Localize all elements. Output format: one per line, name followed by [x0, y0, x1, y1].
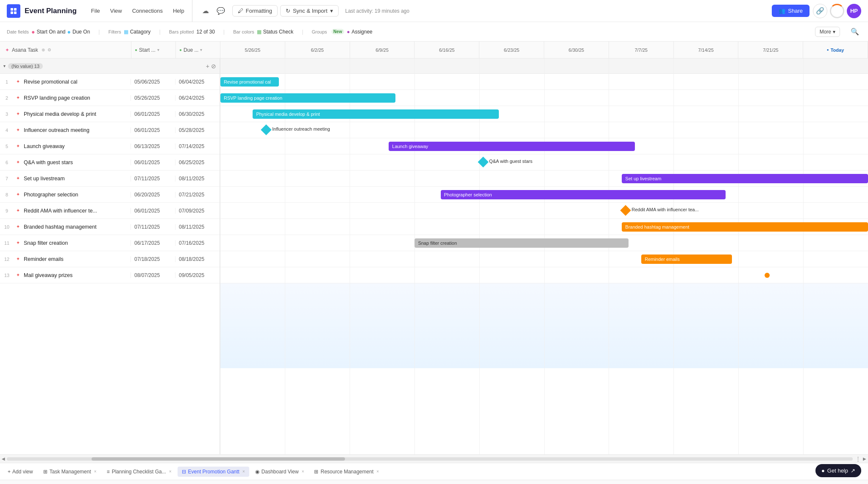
gantt-bar-11[interactable]: Snap filter creation [415, 238, 628, 248]
task-start-13: 08/07/2025 [131, 272, 175, 278]
gantt-bar-12[interactable]: Reminder emails [641, 255, 732, 264]
task-name-2[interactable]: RSVP landing page creation [22, 95, 131, 101]
task-start-10: 07/11/2025 [131, 224, 175, 230]
gantt-bar-5[interactable]: Launch giveaway [389, 142, 635, 151]
svg-rect-0 [11, 8, 13, 11]
task-col-settings[interactable]: ⚙ [47, 48, 51, 52]
task-start-12: 07/18/2025 [131, 256, 175, 262]
gantt-bar-1[interactable]: Revise promotional cal [220, 77, 279, 87]
start-col-chevron[interactable]: ▾ [157, 48, 159, 52]
spinner-icon [830, 4, 844, 18]
share-button[interactable]: 👥 Share [772, 5, 810, 17]
group-badge: (No value) 13 [8, 63, 43, 69]
nav-file[interactable]: File [87, 6, 104, 16]
due-col-chevron[interactable]: ▾ [200, 48, 202, 52]
tab-grid-icon-1: ⊞ [43, 469, 47, 475]
task-name-8[interactable]: Photographer selection [22, 192, 131, 198]
gantt-dot-13[interactable] [765, 273, 770, 278]
gantt-diamond-9[interactable] [620, 205, 631, 215]
gantt-diamond-6[interactable] [478, 157, 488, 167]
gantt-bar-7[interactable]: Set up livestream [622, 174, 868, 183]
bars-plotted-value[interactable]: 12 of 30 [196, 29, 214, 35]
add-view-plus-icon: + [8, 469, 11, 475]
search-button[interactable]: 🔍 [849, 25, 861, 38]
gantt-row-4: Influencer outreach meeting [220, 122, 868, 138]
task-name-3[interactable]: Physical media develop & print [22, 111, 131, 117]
row-num-11: 11 [0, 241, 14, 246]
task-due-5: 07/14/2025 [175, 143, 220, 149]
scroll-track[interactable] [7, 457, 853, 461]
tab-planning-checklist[interactable]: ≡ Planning Checklist Ga... × [103, 467, 176, 477]
gantt-row-11: Snap filter creation [220, 235, 868, 251]
gantt-bar-2[interactable]: RSVP landing page creation [220, 93, 395, 103]
row-num-10: 10 [0, 224, 14, 229]
asana-task-icon: ✦ [5, 47, 9, 53]
scroll-handle-center[interactable]: ⋮ [854, 456, 861, 462]
date-fields-label: Date fields [7, 29, 29, 34]
chat-icon-btn[interactable]: 💬 [214, 5, 227, 17]
gantt-bar-3[interactable]: Physical media develop & print [253, 109, 499, 119]
groups-value[interactable]: ● Assignee [347, 29, 373, 35]
scroll-thumb[interactable] [92, 457, 345, 461]
task-name-1[interactable]: Revise promotional cal [22, 79, 131, 85]
tab-close-5[interactable]: × [376, 469, 379, 474]
tab-close-2[interactable]: × [169, 469, 172, 474]
group-expand-chevron[interactable]: ▾ [3, 64, 6, 68]
table-row: 10 ✦ Branded hashtag management 07/11/20… [0, 219, 220, 235]
date-col-3: 6/16/25 [415, 42, 479, 58]
gantt-bar-8[interactable]: Photographer selection [441, 190, 726, 199]
sync-import-button[interactable]: ↻ Sync & Import ▾ [280, 5, 339, 17]
tab-dashboard-view[interactable]: ◉ Dashboard View × [251, 467, 309, 477]
link-icon-btn[interactable]: 🔗 [813, 4, 827, 18]
task-due-12: 08/18/2025 [175, 256, 220, 262]
group-add-btn[interactable]: + [206, 63, 209, 70]
tab-close-1[interactable]: × [94, 469, 97, 474]
task-name-9[interactable]: Reddit AMA with influencer te... [22, 208, 131, 214]
task-name-5[interactable]: Launch giveaway [22, 143, 131, 149]
task-name-4[interactable]: Influencer outreach meeting [22, 127, 131, 133]
nav-view[interactable]: View [106, 6, 126, 16]
task-start-2: 05/26/2025 [131, 95, 175, 101]
tab-close-3[interactable]: × [242, 469, 245, 474]
task-icon-3: ✦ [14, 111, 22, 117]
task-name-10[interactable]: Branded hashtag management [22, 224, 131, 230]
tab-event-promotion-gantt[interactable]: ⊟ Event Promotion Gantt × [178, 467, 249, 477]
task-due-11: 07/16/2025 [175, 240, 220, 246]
task-name-11[interactable]: Snap filter creation [22, 240, 131, 246]
scroll-right-btn[interactable]: ▶ [863, 456, 866, 461]
gantt-bar-10[interactable]: Branded hashtag management [622, 222, 868, 232]
scroll-left-btn[interactable]: ◀ [2, 456, 5, 461]
task-name-13[interactable]: Mail giveaway prizes [22, 272, 131, 278]
task-icon-8: ✦ [14, 192, 22, 197]
filters-value[interactable]: ▦ Catagory [124, 29, 151, 35]
nav-help[interactable]: Help [169, 6, 189, 16]
bar-colors-value[interactable]: ▦ Status Check [257, 29, 293, 35]
gantt-diamond-4[interactable] [261, 124, 272, 135]
task-due-9: 07/09/2025 [175, 208, 220, 214]
task-col-dropdown[interactable]: ⊕ [42, 48, 45, 52]
tab-task-management[interactable]: ⊞ Task Management × [39, 467, 101, 477]
due-column-header: ● Due ... ▾ [176, 42, 220, 58]
filter-bar: Date fields ● Start On and ● Due On | Fi… [0, 22, 868, 42]
date-fields-value[interactable]: ● Start On and ● Due On [31, 28, 90, 35]
filters-icon: ▦ [124, 29, 128, 35]
formatting-button[interactable]: 🖊 Formatting [232, 5, 278, 17]
tab-chart-icon: ◉ [255, 469, 259, 475]
scroll-track-area: ◀ ⋮ ▶ [0, 454, 868, 463]
group-hide-btn[interactable]: ⊘ [211, 63, 216, 70]
table-row: 12 ✦ Reminder emails 07/18/2025 08/18/20… [0, 251, 220, 267]
cloud-icon-btn[interactable]: ☁ [199, 5, 212, 17]
add-view-button[interactable]: + Add view [3, 467, 37, 477]
user-avatar[interactable]: HP [847, 4, 861, 18]
more-button[interactable]: More ▾ [815, 27, 840, 37]
task-name-6[interactable]: Q&A with guest stars [22, 159, 131, 165]
tab-resource-management[interactable]: ⊞ Resource Management × [310, 467, 383, 477]
table-row: 1 ✦ Revise promotional cal 05/06/2025 06… [0, 74, 220, 90]
nav-connections[interactable]: Connections [128, 6, 167, 16]
tab-close-4[interactable]: × [302, 469, 304, 474]
task-start-7: 07/11/2025 [131, 176, 175, 182]
task-name-12[interactable]: Reminder emails [22, 256, 131, 262]
help-button[interactable]: ● Get help ↗ [815, 464, 861, 477]
task-name-7[interactable]: Set up livestream [22, 176, 131, 182]
groups-label: Groups [312, 29, 327, 34]
